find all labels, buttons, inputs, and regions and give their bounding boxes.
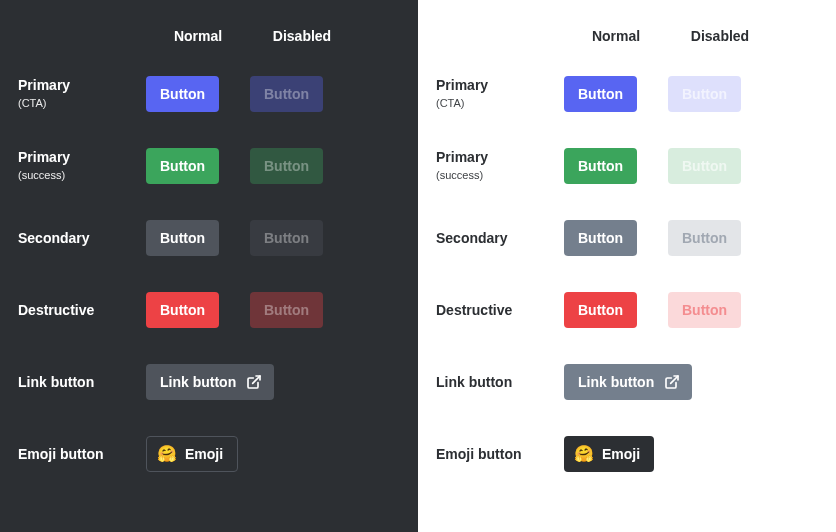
row-label-secondary: Secondary: [18, 230, 146, 247]
row-emoji: Emoji button 🤗 Emoji: [18, 418, 400, 490]
label-sub: (success): [436, 169, 483, 181]
light-theme-panel: Normal Disabled Primary (CTA) Button But…: [418, 0, 836, 532]
primary-button-disabled: Button: [250, 76, 323, 112]
row-primary: Primary (CTA) Button Button: [436, 58, 818, 130]
row-destructive: Destructive Button Button: [436, 274, 818, 346]
column-headers: Normal Disabled: [18, 28, 400, 44]
destructive-button[interactable]: Button: [146, 292, 219, 328]
label-sub: (CTA): [18, 97, 47, 109]
row-secondary: Secondary Button Button: [436, 202, 818, 274]
destructive-button-disabled: Button: [668, 292, 741, 328]
link-button[interactable]: Link button: [564, 364, 692, 400]
row-label-emoji: Emoji button: [436, 446, 564, 463]
success-button[interactable]: Button: [146, 148, 219, 184]
secondary-button-disabled: Button: [668, 220, 741, 256]
row-success: Primary (success) Button Button: [436, 130, 818, 202]
label-text: Primary: [18, 149, 70, 165]
row-destructive: Destructive Button Button: [18, 274, 400, 346]
primary-button[interactable]: Button: [146, 76, 219, 112]
label-text: Primary: [18, 77, 70, 93]
link-button-text: Link button: [160, 374, 236, 390]
destructive-button-disabled: Button: [250, 292, 323, 328]
row-label-success: Primary (success): [436, 149, 564, 183]
primary-button[interactable]: Button: [564, 76, 637, 112]
external-link-icon: [664, 374, 680, 390]
row-label-link: Link button: [436, 374, 564, 391]
row-label-destructive: Destructive: [18, 302, 146, 319]
row-label-destructive: Destructive: [436, 302, 564, 319]
row-emoji: Emoji button 🤗 Emoji: [436, 418, 818, 490]
row-primary: Primary (CTA) Button Button: [18, 58, 400, 130]
row-label-link: Link button: [18, 374, 146, 391]
hugging-face-emoji: 🤗: [157, 444, 177, 464]
emoji-button-text: Emoji: [185, 446, 223, 462]
secondary-button[interactable]: Button: [146, 220, 219, 256]
label-text: Primary: [436, 149, 488, 165]
emoji-button[interactable]: 🤗 Emoji: [564, 436, 654, 472]
col-header-disabled: Disabled: [250, 28, 354, 44]
success-button-disabled: Button: [668, 148, 741, 184]
hugging-face-emoji: 🤗: [574, 444, 594, 464]
label-text: Primary: [436, 77, 488, 93]
link-button-text: Link button: [578, 374, 654, 390]
secondary-button-disabled: Button: [250, 220, 323, 256]
primary-button-disabled: Button: [668, 76, 741, 112]
row-link: Link button Link button: [18, 346, 400, 418]
link-button[interactable]: Link button: [146, 364, 274, 400]
label-sub: (CTA): [436, 97, 465, 109]
column-headers: Normal Disabled: [436, 28, 818, 44]
row-label-success: Primary (success): [18, 149, 146, 183]
col-header-normal: Normal: [146, 28, 250, 44]
row-label-primary: Primary (CTA): [18, 77, 146, 111]
emoji-button-text: Emoji: [602, 446, 640, 462]
label-sub: (success): [18, 169, 65, 181]
external-link-icon: [246, 374, 262, 390]
row-secondary: Secondary Button Button: [18, 202, 400, 274]
row-link: Link button Link button: [436, 346, 818, 418]
col-header-disabled: Disabled: [668, 28, 772, 44]
dark-theme-panel: Normal Disabled Primary (CTA) Button But…: [0, 0, 418, 532]
row-success: Primary (success) Button Button: [18, 130, 400, 202]
secondary-button[interactable]: Button: [564, 220, 637, 256]
row-label-primary: Primary (CTA): [436, 77, 564, 111]
col-header-normal: Normal: [564, 28, 668, 44]
destructive-button[interactable]: Button: [564, 292, 637, 328]
row-label-secondary: Secondary: [436, 230, 564, 247]
emoji-button[interactable]: 🤗 Emoji: [146, 436, 238, 472]
success-button[interactable]: Button: [564, 148, 637, 184]
row-label-emoji: Emoji button: [18, 446, 146, 463]
success-button-disabled: Button: [250, 148, 323, 184]
